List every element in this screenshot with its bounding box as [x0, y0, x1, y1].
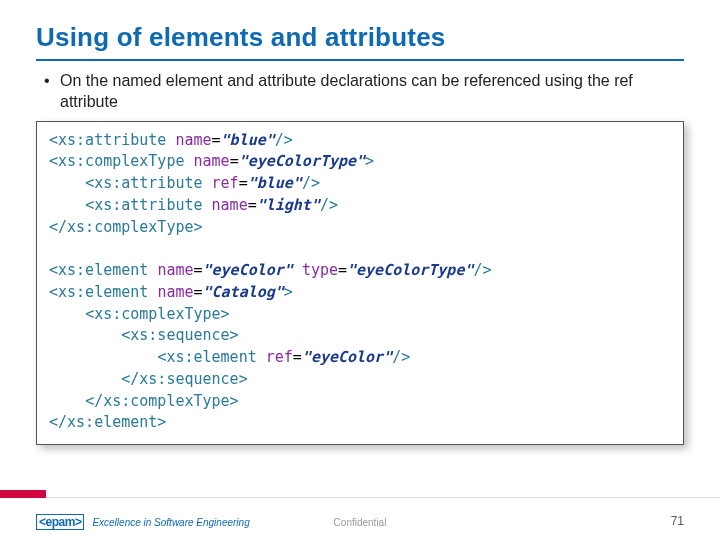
- logo-text: epam: [36, 514, 84, 530]
- bullet-text: On the named element and attribute decla…: [60, 71, 684, 113]
- bullet-marker: •: [44, 71, 60, 92]
- brand-logo: epam Excellence in Software Engineering: [36, 514, 250, 530]
- code-sample: <xs:attribute name="blue"/> <xs:complexT…: [36, 121, 684, 446]
- slide-footer: epam Excellence in Software Engineering …: [0, 494, 720, 540]
- slide-title: Using of elements and attributes: [36, 22, 684, 61]
- page-number: 71: [671, 514, 684, 528]
- footer-divider: [0, 497, 720, 498]
- confidential-label: Confidential: [334, 517, 387, 528]
- accent-bar: [0, 490, 46, 498]
- logo-tagline: Excellence in Software Engineering: [92, 517, 249, 528]
- bullet-item: • On the named element and attribute dec…: [36, 71, 684, 113]
